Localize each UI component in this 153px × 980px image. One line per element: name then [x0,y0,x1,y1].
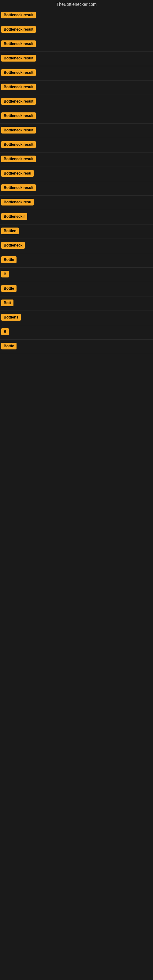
bottleneck-result-badge[interactable]: Bottleneck resu [1,170,33,177]
bottleneck-result-badge[interactable]: B [1,271,9,277]
bottleneck-result-badge[interactable]: Bottleneck [1,242,25,249]
result-row: Bottleneck resu [0,196,153,210]
result-row: Bottleneck [0,239,153,253]
bottleneck-result-badge[interactable]: Bottleneck result [1,84,36,90]
bottleneck-result-badge[interactable]: Bottleneck result [1,40,36,47]
bottleneck-result-badge[interactable]: Bottle [1,343,16,350]
result-row: Bottleneck r [0,210,153,224]
bottleneck-result-badge[interactable]: Bottlen [1,228,19,234]
bottleneck-result-badge[interactable]: Bottleneck r [1,213,27,220]
bottleneck-result-badge[interactable]: Bott [1,299,13,306]
bottleneck-result-badge[interactable]: Bottleneck result [1,12,36,18]
result-row: Bottleneck result [0,124,153,138]
bottleneck-result-badge[interactable]: Bottleneck result [1,26,36,33]
result-row: Bottleneck result [0,37,153,52]
bottleneck-result-badge[interactable]: B [1,328,9,335]
bottleneck-result-badge[interactable]: Bottleneck result [1,127,36,134]
bottleneck-result-badge[interactable]: Bottleneck result [1,98,36,105]
result-row: Bottlen [0,224,153,239]
result-row: Bottlens [0,311,153,325]
result-row: Bottle [0,282,153,296]
result-row: Bottleneck result [0,66,153,81]
results-list: Bottleneck resultBottleneck resultBottle… [0,9,153,354]
result-row: Bottleneck result [0,138,153,153]
bottleneck-result-badge[interactable]: Bottleneck result [1,141,36,148]
bottleneck-result-badge[interactable]: Bottlens [1,314,21,321]
bottleneck-result-badge[interactable]: Bottleneck result [1,55,36,62]
bottleneck-result-badge[interactable]: Bottleneck result [1,112,36,119]
bottleneck-result-badge[interactable]: Bottleneck result [1,156,36,162]
result-row: Bottleneck result [0,95,153,109]
result-row: Bottle [0,253,153,268]
result-row: Bottleneck result [0,153,153,167]
result-row: Bottleneck result [0,52,153,66]
bottleneck-result-badge[interactable]: Bottle [1,285,16,292]
result-row: Bottleneck resu [0,167,153,181]
site-title: TheBottlenecker.com [0,0,153,9]
bottleneck-result-badge[interactable]: Bottleneck result [1,185,36,191]
result-row: Bottleneck result [0,181,153,196]
result-row: Bottleneck result [0,109,153,124]
bottleneck-result-badge[interactable]: Bottle [1,256,16,263]
bottleneck-result-badge[interactable]: Bottleneck result [1,69,36,76]
result-row: Bottle [0,340,153,354]
result-row: Bottleneck result [0,81,153,95]
result-row: Bottleneck result [0,9,153,23]
result-row: Bottleneck result [0,23,153,37]
result-row: B [0,325,153,340]
site-title-bar: TheBottlenecker.com [0,0,153,9]
result-row: B [0,268,153,282]
result-row: Bott [0,296,153,311]
bottleneck-result-badge[interactable]: Bottleneck resu [1,199,33,205]
